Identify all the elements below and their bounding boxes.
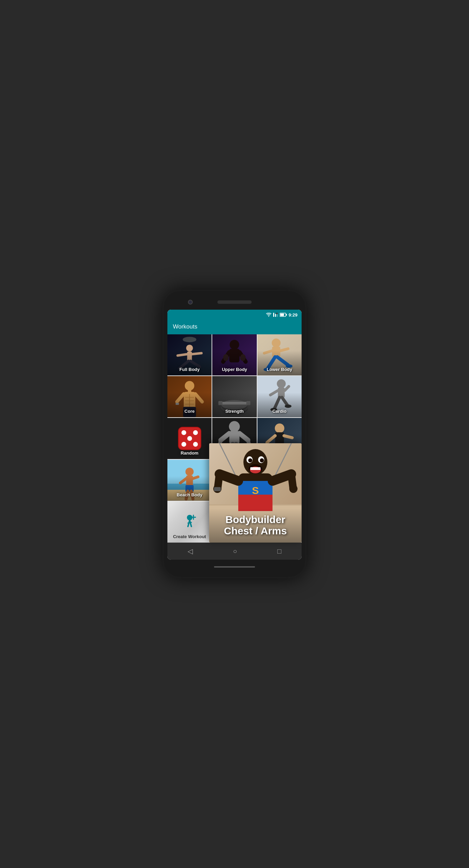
popup-label-line1: Bodybuilder <box>212 514 299 525</box>
tile-lower-body[interactable]: Lower Body <box>257 334 302 375</box>
tile-full-body[interactable]: Full Body <box>167 334 212 375</box>
core-label: Core <box>167 409 212 414</box>
full-body-label: Full Body <box>167 367 212 373</box>
svg-point-135 <box>289 485 297 493</box>
phone-speaker <box>217 300 252 304</box>
tile-strength[interactable]: Strength <box>212 376 256 417</box>
signal-icon <box>273 313 278 317</box>
svg-rect-136 <box>214 487 221 491</box>
bottom-nav-bar: ◁ ○ □ <box>167 543 302 560</box>
phone-bottom-bar <box>167 562 302 572</box>
svg-text:S: S <box>252 485 259 496</box>
svg-rect-2 <box>275 314 276 317</box>
status-bar: 9:29 <box>167 310 302 320</box>
svg-line-116 <box>190 520 191 526</box>
svg-rect-7 <box>286 314 287 316</box>
svg-point-68 <box>193 442 198 447</box>
beach-body-label: Beach Body <box>167 492 212 498</box>
bodybuilder-popup[interactable]: S <box>209 443 302 543</box>
nav-home-button[interactable]: ○ <box>233 547 237 555</box>
svg-point-64 <box>181 430 186 435</box>
svg-rect-139 <box>250 467 261 470</box>
svg-point-143 <box>260 458 264 462</box>
phone-top-bar <box>167 296 302 308</box>
nav-back-button[interactable]: ◁ <box>188 547 193 555</box>
svg-point-65 <box>193 430 198 435</box>
nav-recent-button[interactable]: □ <box>277 547 281 555</box>
app-title: Workouts <box>173 323 296 330</box>
battery-icon <box>280 313 287 317</box>
popup-text-container: Bodybuilder Chest / Arms <box>212 514 299 536</box>
status-icons: 9:29 <box>266 312 297 318</box>
workouts-grid: Full Body <box>167 334 302 543</box>
lower-body-label: Lower Body <box>257 367 302 373</box>
svg-line-117 <box>188 522 191 523</box>
tile-create-workout[interactable]: Create Workout <box>167 501 212 543</box>
phone-camera <box>188 300 193 305</box>
cardio-label: Cardio <box>257 409 302 414</box>
phone-screen: 9:29 Workouts <box>167 310 302 560</box>
random-label: Random <box>167 450 212 456</box>
svg-point-142 <box>248 458 252 462</box>
tile-random[interactable]: Random <box>167 418 212 459</box>
popup-label-line2: Chest / Arms <box>212 525 299 536</box>
svg-point-0 <box>268 316 269 317</box>
phone-device: 9:29 Workouts <box>163 290 306 578</box>
svg-rect-8 <box>280 314 284 316</box>
create-workout-label: Create Workout <box>167 534 212 540</box>
tile-beach-body[interactable]: Beach Body <box>167 460 212 501</box>
app-header: Workouts <box>167 320 302 334</box>
strength-label: Strength <box>212 409 256 414</box>
phone-home-bar <box>214 566 255 568</box>
wifi-icon <box>266 313 271 317</box>
tile-upper-body[interactable]: Upper Body <box>212 334 256 375</box>
upper-body-label: Upper Body <box>212 367 256 373</box>
tile-core[interactable]: Core <box>167 376 212 417</box>
svg-point-67 <box>181 442 186 447</box>
svg-point-66 <box>187 436 192 441</box>
create-workout-icon <box>181 513 198 531</box>
tile-cardio[interactable]: Cardio <box>257 376 302 417</box>
svg-rect-1 <box>273 313 274 317</box>
dice-image <box>178 426 202 450</box>
status-time: 9:29 <box>289 312 297 318</box>
